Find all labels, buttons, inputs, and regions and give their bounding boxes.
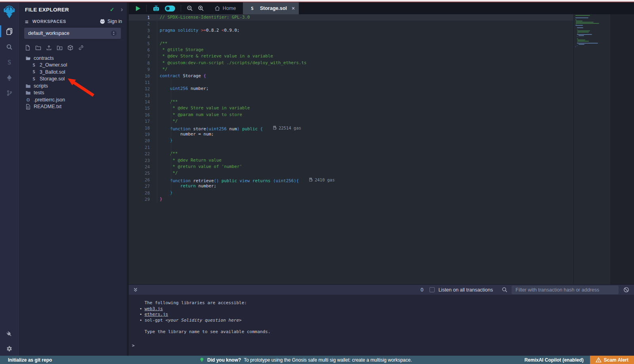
code-line-5[interactable]: 5/** (129, 40, 634, 47)
copilot-toggle[interactable] (165, 6, 175, 11)
code-text: /** (157, 151, 178, 157)
terminal-search-button[interactable] (502, 287, 508, 293)
code-line-28[interactable]: 28 } (129, 190, 634, 196)
code-line-16[interactable]: 16 * @param num value to store (129, 112, 634, 118)
tab-label: Storage.sol (260, 6, 287, 11)
file-tree-item-2-owner-sol[interactable]: S2_Owner.sol (19, 62, 127, 69)
home-icon (214, 6, 220, 11)
tab-storage-sol[interactable]: S Storage.sol × (243, 2, 299, 14)
upload-folder-icon[interactable] (56, 44, 63, 51)
solidity-icon: S (31, 76, 37, 82)
file-tree-item-readme-txt[interactable]: README.txt (19, 103, 127, 111)
terminal-output[interactable]: •The following libraries are accessible:… (129, 295, 634, 356)
gear-icon (6, 345, 13, 352)
file-explorer-header: FILE EXPLORER ✓ › (25, 5, 123, 14)
copilot-status[interactable]: RemixAI Copilot (enabled) (524, 357, 583, 363)
code-line-12[interactable]: 12 uint256 number; (129, 86, 634, 92)
code-line-9[interactable]: 9 */ (129, 66, 634, 72)
terminal-link[interactable]: ethers.js (145, 312, 168, 317)
sign-in-button[interactable]: Sign in (99, 19, 122, 24)
code-line-17[interactable]: 17 */ (129, 118, 634, 124)
file-tree-item-contracts[interactable]: contracts (19, 55, 127, 62)
code-line-19[interactable]: 19 number = num; (129, 131, 634, 137)
code-line-18[interactable]: 18 function store(uint256 num) public {2… (129, 125, 634, 131)
code-line-14[interactable]: 14 /** (129, 99, 634, 105)
code-line-24[interactable]: 24 * @return value of 'number' (129, 164, 634, 170)
code-line-27[interactable]: 27 return number; (129, 183, 634, 189)
close-tab-icon[interactable]: × (292, 5, 295, 11)
file-tree-item-tests[interactable]: tests (19, 90, 127, 97)
terminal-link[interactable]: web3.js (145, 306, 163, 311)
play-icon (136, 6, 141, 11)
lightbulb-icon (199, 357, 204, 363)
editor-region: Home S Storage.sol × 1// SPDX-License-Id… (129, 2, 634, 356)
upload-file-icon[interactable] (46, 44, 52, 51)
file-tree-item-scripts[interactable]: scripts (19, 82, 127, 90)
gutter-separator (157, 14, 157, 203)
git-init-button[interactable]: Initialize as git repo (8, 356, 52, 364)
sidebar-item-git[interactable] (0, 86, 19, 100)
run-script-button[interactable] (136, 6, 141, 11)
gas-estimate-badge: 2410 gas (309, 177, 335, 183)
box-icon[interactable] (67, 44, 74, 51)
json-icon: {} (25, 97, 31, 103)
sidebar-item-file-explorer[interactable] (0, 25, 19, 38)
code-line-25[interactable]: 25 */ (129, 170, 634, 176)
code-line-10[interactable]: 10contract Storage { (129, 73, 634, 79)
workspaces-menu-icon[interactable]: ≡ (25, 18, 29, 25)
workspace-selector[interactable]: default_workspace (24, 28, 121, 39)
minimap[interactable] (575, 15, 609, 48)
chevron-right-icon[interactable]: › (121, 6, 123, 13)
line-number: 7 (129, 53, 157, 59)
folder-icon (25, 83, 31, 89)
link-icon[interactable] (78, 44, 84, 51)
new-file-icon[interactable] (24, 44, 31, 51)
code-line-7[interactable]: 7 * @dev Store & retrieve value in a var… (129, 53, 634, 59)
code-editor[interactable]: 1// SPDX-License-Identifier: GPL-3.023pr… (129, 14, 634, 284)
solidity-icon: S (31, 69, 37, 75)
transaction-filter-input[interactable] (512, 286, 619, 294)
zoom-in-button[interactable] (198, 5, 204, 11)
sidebar-item-solidity-compiler[interactable]: S (0, 55, 19, 69)
code-line-21[interactable]: 21 (129, 144, 634, 151)
file-tree-item--prettierrc-json[interactable]: {}.prettierrc.json (19, 96, 127, 103)
file-tree-item-storage-sol[interactable]: SStorage.sol (19, 76, 127, 83)
code-line-2[interactable]: 2 (129, 21, 634, 27)
active-plugin-indicator (0, 25, 1, 37)
new-folder-icon[interactable] (35, 44, 42, 51)
code-text: * @return value of 'number' (157, 164, 242, 170)
terminal-line: •The following libraries are accessible: (139, 300, 271, 306)
code-line-29[interactable]: 29} (129, 196, 634, 202)
scam-alert-badge[interactable]: Scam Alert (590, 356, 634, 364)
sidebar-item-deploy-run[interactable] (0, 71, 19, 84)
ai-assistant-button[interactable] (152, 5, 160, 12)
listen-all-transactions-checkbox[interactable] (430, 287, 435, 292)
check-icon[interactable]: ✓ (110, 6, 115, 13)
code-line-13[interactable]: 13 (129, 92, 634, 99)
code-lines: 1// SPDX-License-Identifier: GPL-3.023pr… (129, 14, 634, 202)
code-line-8[interactable]: 8 * @custom:dev-run-script ./scripts/dep… (129, 60, 634, 66)
code-line-11[interactable]: 11 (129, 79, 634, 86)
code-line-15[interactable]: 15 * @dev Store value in variable (129, 105, 634, 111)
gas-estimate-badge: 22514 gas (273, 125, 301, 131)
code-line-22[interactable]: 22 /** (129, 151, 634, 157)
code-line-23[interactable]: 23 * @dev Return value (129, 157, 634, 164)
zoom-out-button[interactable] (187, 5, 193, 11)
file-name: README.txt (34, 104, 61, 109)
terminal-prompt[interactable]: > (132, 343, 135, 348)
double-chevron-down-icon (133, 287, 138, 293)
code-line-26[interactable]: 26 function retrieve() public view retur… (129, 177, 634, 183)
sidebar-item-search[interactable] (0, 40, 19, 53)
code-line-20[interactable]: 20 } (129, 137, 634, 144)
code-line-4[interactable]: 4 (129, 34, 634, 40)
tab-home[interactable]: Home (210, 2, 240, 14)
code-line-3[interactable]: 3pragma solidity >=0.8.2 <0.9.0; (129, 27, 634, 34)
file-tree-item-3-ballot-sol[interactable]: S3_Ballot.sol (19, 69, 127, 76)
collapse-terminal-button[interactable] (133, 287, 138, 293)
remix-logo-icon[interactable] (3, 5, 16, 19)
code-line-1[interactable]: 1// SPDX-License-Identifier: GPL-3.0 (129, 14, 634, 21)
code-line-6[interactable]: 6 * @title Storage (129, 47, 634, 53)
sidebar-item-settings[interactable] (0, 341, 19, 355)
clear-console-button[interactable] (623, 287, 629, 293)
sidebar-item-plugin-manager[interactable] (0, 327, 19, 341)
